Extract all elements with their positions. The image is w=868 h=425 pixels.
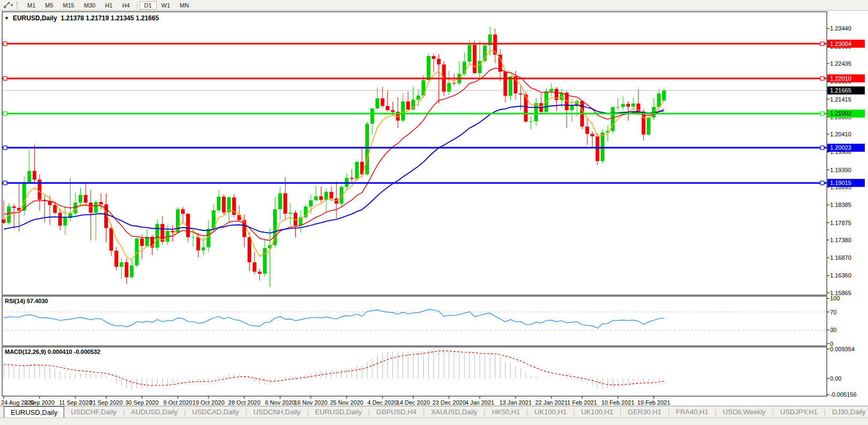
price-tick-label: 1.16360 [830,272,851,279]
date-tick-label: 23 Dec 2020 [432,399,465,406]
line-handle [3,146,7,150]
timeframe-button-h4[interactable]: H4 [117,1,134,10]
price-tick-label: 1.16870 [830,254,851,261]
svg-text:1.19015: 1.19015 [830,180,851,186]
timeframe-button-w1[interactable]: W1 [157,1,175,10]
price-tick-label: 1.23440 [830,25,851,32]
macd-axis-label: -0.005156 [830,391,857,398]
rsi-axis-label: 100 [830,295,840,302]
date-tick-label: 30 Sep 2020 [125,399,158,406]
date-tick-label: 10 Feb 2021 [602,399,635,406]
price-tick-label: 1.17875 [830,220,851,226]
timeframe-button-mn[interactable]: MN [175,1,194,10]
symbol-tab-audusd-daily[interactable]: AUDUSD,Daily [125,406,184,418]
cursor-tool-button[interactable]: ▾ [2,1,14,9]
timeframe-button-m1[interactable]: M1 [22,1,40,10]
date-tick-label: 13 Jan 2021 [500,399,532,406]
toolbar-separator [137,2,137,9]
price-level-line[interactable] [2,112,827,115]
symbol-tab-usdchf-daily[interactable]: USDCHF,Daily [64,406,122,418]
price-tick-label: 1.22435 [830,60,851,67]
top-toolbar: ▾ M1M5M15M30H1H4D1W1MN [0,0,868,11]
chart-symbol-period: EURUSD,Daily [13,14,57,22]
chart-title: ▼ EURUSD,Daily 1.21378 1.21719 1.21345 1… [4,14,159,22]
macd-indicator-label: MACD(12,26,9) 0.000410 -0.000532 [5,349,101,355]
moving-average-line-15 [4,68,664,241]
price-tick-label: 1.19390 [830,167,851,173]
chart-window: 1.234401.229301.224351.219251.214151.209… [0,11,868,406]
symbol-tab-uk100-h1[interactable]: UK100,H1 [575,406,620,418]
timeframe-button-h1[interactable]: H1 [100,1,117,10]
timeframe-button-m30[interactable]: M30 [79,1,100,10]
date-tick-label: 22 Jan 2021 [535,399,568,406]
macd-histogram [4,348,664,390]
date-tick-label: 19 Feb 2021 [637,399,670,406]
price-chart-canvas[interactable]: 1.234401.229301.224351.219251.214151.209… [0,11,868,406]
price-level-line[interactable] [2,146,827,150]
price-tick-label: 1.18385 [830,202,851,208]
line-handle [820,76,824,80]
date-tick-label: 11 Sep 2020 [59,399,92,406]
price-level-line[interactable] [2,181,827,185]
line-handle [3,112,7,115]
svg-text:1.21002: 1.21002 [830,110,851,117]
price-axis: 1.234401.229301.224351.219251.214151.209… [827,25,865,398]
rsi-line [4,310,664,328]
chart-dropdown-icon[interactable]: ▼ [4,16,9,21]
rsi-indicator-label: RSI(14) 57.4030 [5,298,48,304]
line-handle [820,181,824,185]
date-tick-label: 28 Oct 2020 [228,399,260,406]
price-level-line[interactable] [2,42,827,45]
date-axis: 24 Aug 20202 Sep 202011 Sep 202021 Sep 2… [1,396,670,406]
price-tick-label: 1.17380 [830,237,851,243]
symbol-tab-bar: EURUSD,DailyUSDCHF,Daily|AUDUSD,Daily|US… [0,406,868,418]
date-tick-label: 6 Nov 2020 [265,399,295,406]
date-tick-label: 2 Sep 2020 [25,399,55,406]
date-tick-label: 16 Nov 2020 [294,399,327,406]
date-tick-label: 1 Feb 2021 [567,399,597,406]
price-level-line[interactable] [2,76,827,80]
candlestick-series [2,27,666,287]
line-handle [820,42,824,45]
symbol-tab-usdcad-daily[interactable]: USDCAD,Daily [186,406,245,418]
symbol-tab-usdjpy-h1[interactable]: USDJPY,H1 [774,406,824,418]
timeframe-button-m15[interactable]: M15 [58,1,79,10]
chart-ohlc-values: 1.21378 1.21719 1.21345 1.21665 [61,14,159,22]
symbol-tab-eurusd-daily[interactable]: EURUSD,Daily [309,406,368,418]
line-handle [820,146,824,150]
rsi-axis-label: 30 [830,327,836,333]
date-tick-label: 9 Oct 2020 [163,399,192,406]
svg-text:1.23004: 1.23004 [830,41,851,47]
symbol-tab-usdcnh-daily[interactable]: USDCNH,Daily [247,406,307,418]
svg-text:1.20023: 1.20023 [830,144,851,151]
moving-average-line-40 [4,105,664,233]
date-tick-label: 21 Sep 2020 [89,399,122,406]
toolbar-grip[interactable] [17,2,19,9]
symbol-tab-ger30-h1[interactable]: GER30,H1 [621,406,668,418]
status-bar [0,418,868,425]
cursor-tool-caret-icon[interactable]: ▾ [11,3,13,7]
macd-signal-line [4,351,664,385]
price-tick-label: 1.20410 [830,131,851,137]
macd-axis-label: 0.00 [830,375,841,382]
rsi-axis-label: 70 [830,309,836,315]
symbol-tab-eurusd-daily[interactable]: EURUSD,Daily [4,406,64,418]
price-tick-label: 1.21415 [830,96,851,103]
symbol-tab-gbpusd-h4[interactable]: GBPUSD,H4 [370,406,423,418]
svg-text:1.22010: 1.22010 [830,75,851,82]
symbol-tab-xauusd-daily[interactable]: XAUUSD,Daily [425,406,484,418]
symbol-tab-usoil-weekly[interactable]: USOil,Weekly [717,406,772,418]
date-tick-label: 4 Dec 2020 [367,399,397,406]
moving-average-line-5 [4,50,664,260]
symbol-tab-fra40-h1[interactable]: FRA40,H1 [670,406,715,418]
timeframe-button-group: M1M5M15M30H1H4D1W1MN [22,1,194,10]
timeframe-button-d1[interactable]: D1 [140,1,157,10]
crosshair-cursor-icon [3,1,10,9]
line-handle [3,42,7,45]
macd-axis-label: 0.009354 [830,346,855,352]
timeframe-button-m5[interactable]: M5 [40,1,58,10]
symbol-tab-hk50-h1[interactable]: HK50,H1 [486,406,527,418]
symbol-tab-dj30-daily[interactable]: DJ30,Daily [826,406,868,418]
line-handle [3,181,7,185]
symbol-tab-uk100-h1[interactable]: UK100,H1 [528,406,573,418]
